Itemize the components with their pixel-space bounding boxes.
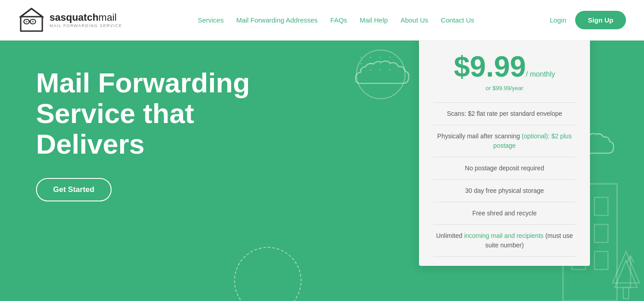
nav-faqs[interactable]: FAQs <box>330 16 347 24</box>
svg-rect-15 <box>623 287 629 299</box>
nav-about[interactable]: About Us <box>401 16 428 24</box>
price-alt: or $99.99/year <box>433 85 576 91</box>
price-period: / monthly <box>526 70 555 78</box>
svg-marker-13 <box>612 251 639 283</box>
nav-contact[interactable]: Contact Us <box>441 16 474 24</box>
feature-storage: 30 day free physical storage <box>433 180 576 202</box>
navbar: sasquatchmail MAIL FORWARDING SERVICE Se… <box>0 0 644 41</box>
svg-rect-7 <box>594 197 608 215</box>
svg-point-3 <box>26 21 27 23</box>
feature-unlimited: Unlimited incoming mail and recipients (… <box>433 225 576 257</box>
dashed-circle-decoration <box>234 247 302 301</box>
price-value: $9.99 <box>454 50 526 83</box>
nav-mail-help[interactable]: Mail Help <box>360 16 388 24</box>
svg-point-4 <box>32 21 34 23</box>
svg-rect-9 <box>594 224 608 242</box>
pricing-card: $9.99/ monthly or $99.99/year Scans: $2 … <box>419 41 590 266</box>
login-link[interactable]: Login <box>550 16 567 24</box>
get-started-button[interactable]: Get Started <box>36 178 112 201</box>
feature-shred: Free shred and recycle <box>433 202 576 225</box>
logo-sub: MAIL FORWARDING SERVICE <box>50 23 122 28</box>
dots-decoration: ● ● ● ●● ● ● ●● ● ● ● <box>360 54 395 73</box>
nav-right: Login Sign Up <box>550 11 626 29</box>
logo-brand: sasquatchmail <box>50 13 122 23</box>
feature-no-postage: No postage deposit required <box>433 157 576 180</box>
logo-icon <box>18 7 45 34</box>
hero-text-block: Mail Forwarding Service that Delivers Ge… <box>36 68 250 201</box>
logo-text: sasquatchmail MAIL FORWARDING SERVICE <box>50 13 122 28</box>
feature-scans: Scans: $2 flat rate per standard envelop… <box>433 103 576 125</box>
nav-services[interactable]: Services <box>198 16 224 24</box>
hero-heading: Mail Forwarding Service that Delivers <box>36 68 250 160</box>
nav-mail-forwarding[interactable]: Mail Forwarding Addresses <box>236 16 318 24</box>
price-display: $9.99/ monthly <box>433 52 576 81</box>
nav-links: Services Mail Forwarding Addresses FAQs … <box>122 16 550 24</box>
signup-button[interactable]: Sign Up <box>575 11 626 29</box>
hero-section: ● ● ● ●● ● ● ●● ● ● ● Mail Forwarding Se… <box>0 41 644 301</box>
feature-physical-mail: Physically mail after scanning (optional… <box>433 125 576 157</box>
svg-rect-11 <box>594 251 608 269</box>
logo[interactable]: sasquatchmail MAIL FORWARDING SERVICE <box>18 7 122 34</box>
tree-decoration <box>608 247 644 301</box>
price-features-list: Scans: $2 flat rate per standard envelop… <box>433 102 576 257</box>
